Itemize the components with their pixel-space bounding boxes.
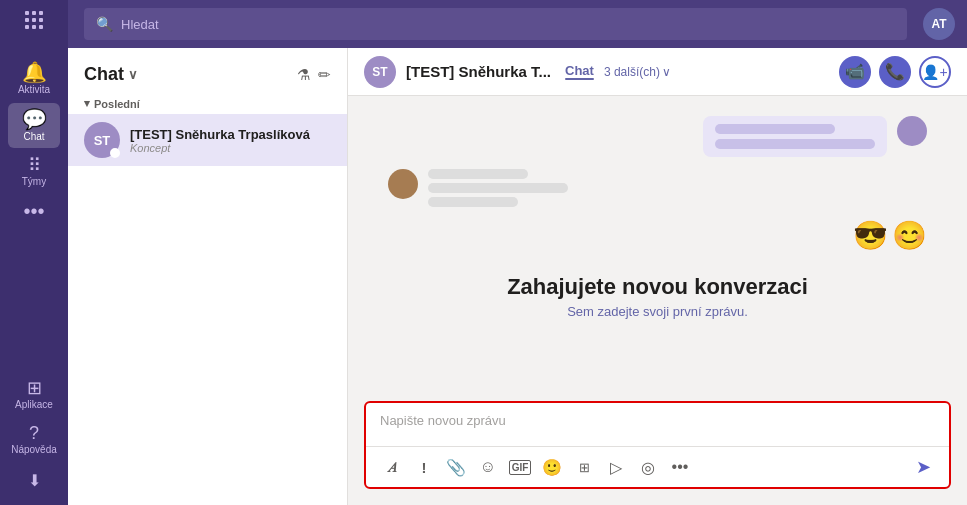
sidebar-header: Chat ∨ ⚗ ✏ <box>68 48 347 93</box>
chat-header-chevron: ∨ <box>662 65 671 79</box>
emoji-row: 😎 😊 <box>388 219 927 252</box>
chat-header-more-text: 3 další(ch) <box>604 65 660 79</box>
msg-line <box>715 124 835 134</box>
input-toolbar: 𝐴 ! 📎 ☺ GIF 🙂 <box>366 447 949 487</box>
aktivita-label: Aktivita <box>18 84 50 95</box>
sticker-button[interactable]: 🙂 <box>538 453 566 481</box>
chat-header: ST [TEST] Sněhurka T... Chat 3 další(ch)… <box>348 48 967 96</box>
msg-line <box>428 197 518 207</box>
tymy-icon: ⠿ <box>28 156 41 174</box>
chat-header-more[interactable]: 3 další(ch) ∨ <box>604 65 671 79</box>
loop-icon: ◎ <box>641 458 655 477</box>
msg-line <box>715 139 875 149</box>
important-icon: ! <box>422 459 427 476</box>
chat-header-avatar: ST <box>364 56 396 88</box>
left-nav: 🔔 Aktivita 💬 Chat ⠿ Týmy ••• ⊞ Aplikace … <box>0 48 68 505</box>
loop-button[interactable]: ◎ <box>634 453 662 481</box>
attach-icon: 📎 <box>446 458 466 477</box>
meet-icon: ⊞ <box>579 460 590 475</box>
sidebar-title-text: Chat <box>84 64 124 85</box>
apps-grid-icon[interactable] <box>25 11 43 29</box>
search-input[interactable] <box>121 17 895 32</box>
send-icon: ➤ <box>916 456 931 478</box>
message-avatar-1 <box>897 116 927 146</box>
add-people-button[interactable]: 👤+ <box>919 56 951 88</box>
chat-header-badge: Chat <box>565 63 594 78</box>
section-label-text: Poslední <box>94 98 140 110</box>
schedule-button[interactable]: ▷ <box>602 453 630 481</box>
sidebar-item-aktivita[interactable]: 🔔 Aktivita <box>8 56 60 101</box>
user-avatar[interactable]: AT <box>923 8 955 40</box>
msg-lines-wrap <box>428 169 568 207</box>
chat-name: [TEST] Sněhurka Trpaslíková <box>130 127 331 142</box>
messages-area: 😎 😊 Zahajujete novou konverzaci Sem zade… <box>348 96 967 401</box>
format-button[interactable]: 𝐴 <box>378 453 406 481</box>
gif-button[interactable]: GIF <box>506 453 534 481</box>
chat-label: Chat <box>23 131 44 142</box>
chat-icon: 💬 <box>22 109 47 129</box>
emoji-smile: 😊 <box>892 219 927 252</box>
message-avatar-2 <box>388 169 418 199</box>
chat-header-actions: 📹 📞 👤+ <box>839 56 951 88</box>
new-conv-title: Zahajujete novou konverzaci <box>507 274 808 300</box>
send-button[interactable]: ➤ <box>909 453 937 481</box>
app-wrapper: 🔍 AT 🔔 Aktivita 💬 Chat ⠿ Týmy ••• <box>0 0 967 505</box>
attach-button[interactable]: 📎 <box>442 453 470 481</box>
chat-list-avatar-initials: ST <box>94 133 111 148</box>
audio-call-button[interactable]: 📞 <box>879 56 911 88</box>
sidebar-item-aplikace[interactable]: ⊞ Aplikace <box>8 373 60 416</box>
section-label-poslední: ▾ Poslední <box>68 93 347 114</box>
msg-line <box>428 183 568 193</box>
video-call-button[interactable]: 📹 <box>839 56 871 88</box>
search-bar[interactable]: 🔍 <box>84 8 907 40</box>
sidebar-item-more[interactable]: ••• <box>8 195 60 227</box>
content-area: ST [TEST] Sněhurka T... Chat 3 další(ch)… <box>348 48 967 505</box>
sidebar-chevron[interactable]: ∨ <box>128 67 138 82</box>
sidebar-header-icons: ⚗ ✏ <box>297 66 331 84</box>
chat-header-avatar-initials: ST <box>372 65 387 79</box>
compose-icon[interactable]: ✏ <box>318 66 331 84</box>
section-arrow-icon: ▾ <box>84 97 90 110</box>
meet-button[interactable]: ⊞ <box>570 453 598 481</box>
message-content-1 <box>703 116 887 157</box>
chat-list-avatar: ST <box>84 122 120 158</box>
search-icon: 🔍 <box>96 16 113 32</box>
napoveda-label: Nápověda <box>11 444 57 455</box>
sidebar-item-chat[interactable]: 💬 Chat <box>8 103 60 148</box>
new-conversation-prompt: Zahajujete novou konverzaci Sem zadejte … <box>507 274 808 319</box>
aplikace-label: Aplikace <box>15 399 53 410</box>
msg-line <box>428 169 528 179</box>
sidebar-title: Chat ∨ <box>84 64 289 85</box>
chat-header-title: [TEST] Sněhurka T... <box>406 63 551 80</box>
body-area: 🔔 Aktivita 💬 Chat ⠿ Týmy ••• ⊞ Aplikace … <box>0 48 967 505</box>
more-toolbar-button[interactable]: ••• <box>666 453 694 481</box>
emoji-icon: ☺ <box>480 458 496 476</box>
chat-list-item[interactable]: ST [TEST] Sněhurka Trpaslíková Koncept <box>68 114 347 166</box>
global-topbar: 🔍 AT <box>0 0 967 48</box>
more-toolbar-icon: ••• <box>672 458 689 476</box>
input-area: Napište novou zprávu 𝐴 ! 📎 ☺ G <box>364 401 951 489</box>
important-button[interactable]: ! <box>410 453 438 481</box>
message-row-2 <box>388 169 927 207</box>
download-icon: ⬇ <box>28 473 41 489</box>
gif-icon: GIF <box>509 460 532 475</box>
emoji-button[interactable]: ☺ <box>474 453 502 481</box>
message-bubble-1 <box>703 116 887 157</box>
aktivita-icon: 🔔 <box>22 62 47 82</box>
chat-sub: Koncept <box>130 142 331 154</box>
message-content-2 <box>428 169 568 207</box>
sidebar-item-tymy[interactable]: ⠿ Týmy <box>8 150 60 193</box>
avatar-status <box>110 148 120 158</box>
napoveda-icon: ? <box>29 424 39 442</box>
filter-icon[interactable]: ⚗ <box>297 66 310 84</box>
sticker-icon: 🙂 <box>542 458 562 477</box>
format-icon: 𝐴 <box>388 459 397 476</box>
message-row-1 <box>388 116 927 157</box>
more-icon: ••• <box>23 201 44 221</box>
chat-sidebar: Chat ∨ ⚗ ✏ ▾ Poslední ST [TEST] Sněhurka <box>68 48 348 505</box>
emoji-sunglasses: 😎 <box>853 219 888 252</box>
sidebar-item-download[interactable]: ⬇ <box>8 467 60 495</box>
aplikace-icon: ⊞ <box>27 379 42 397</box>
sidebar-item-napoveda[interactable]: ? Nápověda <box>8 418 60 461</box>
message-input-placeholder[interactable]: Napište novou zprávu <box>366 403 949 447</box>
